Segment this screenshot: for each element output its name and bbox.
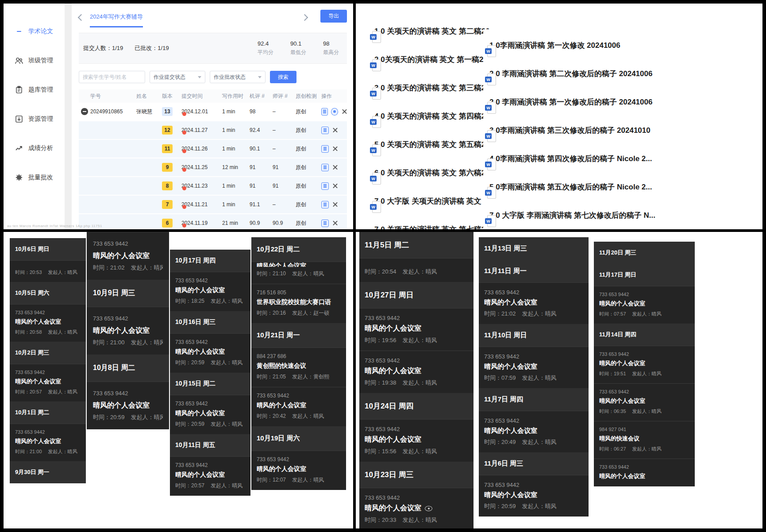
meeting-time: 时间：19:38 xyxy=(365,379,396,387)
meeting-card[interactable]: 733 653 9442晴风的个人会议室时间：21:02发起人：晴风 xyxy=(479,282,589,324)
file-name: 2.0关项天的演讲稿 英文 第一稿20 xyxy=(374,54,488,65)
tab-contest[interactable]: 2024年写作大赛辅导 xyxy=(90,13,143,27)
search-input[interactable] xyxy=(79,71,145,83)
submit-status-select[interactable]: 作业提交状态 xyxy=(150,71,205,83)
meeting-host: 发起人：晴风 xyxy=(403,447,437,455)
meeting-column: 11月20日 周三11月17日 周日733 653 9442晴风的个人会议室时间… xyxy=(594,242,695,486)
meeting-time-row: 时间：21:05发起人：黄创熙 xyxy=(257,373,341,381)
file-item[interactable]: W7.0 大字版 李雨涵演讲稿 第七次修改后的稿子 N... xyxy=(485,201,751,229)
meeting-card[interactable]: 733 653 9442晴风的个人会议室时间：07:59发起人：晴风 xyxy=(479,347,589,388)
meeting-card[interactable]: 时间：20:54发起人：晴风 xyxy=(359,258,473,282)
export-button[interactable]: 导出 xyxy=(320,10,347,23)
doc-icon[interactable] xyxy=(321,220,329,227)
meeting-date-header: 11月6日 周三 xyxy=(479,452,589,475)
doc-icon[interactable] xyxy=(321,164,329,171)
meeting-card[interactable]: 733 653 9442晴风的个人会议室时间：20:59发起人：晴风 xyxy=(87,382,169,429)
meeting-card[interactable]: 733 653 9442晴风的个人会议室时间：21:00发起人：晴风 xyxy=(10,424,86,461)
close-icon[interactable] xyxy=(332,146,339,152)
meeting-card[interactable]: 733 653 9442晴风的个人会议室时间：20:49发起人：晴风 xyxy=(479,411,589,452)
meeting-time-row: 时间：15:56发起人：晴风 xyxy=(365,447,468,455)
meeting-date-header: 10月6日 周日 xyxy=(10,238,86,260)
file-item[interactable]: W4.0李雨涵演讲稿 第四次修改后的稿子 Nicole 2... xyxy=(485,144,751,173)
close-icon[interactable] xyxy=(341,108,347,115)
meeting-card[interactable]: 733 653 9442晴风的个人会议室时间：19:38发起人：晴风 xyxy=(359,351,473,393)
meeting-card[interactable]: 733 653 9442晴风的个人会议室 xyxy=(594,459,695,486)
sidebar-item-6[interactable]: 批量批改 xyxy=(4,163,65,192)
doc-icon[interactable] xyxy=(321,201,329,208)
batch-icon xyxy=(15,173,23,181)
meeting-card[interactable]: 733 653 9442晴风的个人会议室时间：20:59发起人：晴风 xyxy=(170,333,250,373)
chevron-right-icon[interactable] xyxy=(301,14,308,21)
sidebar-item-4[interactable]: 资源管理 xyxy=(4,104,65,134)
meeting-host: 发起人：晴风 xyxy=(403,516,437,524)
meeting-card[interactable]: 733 653 9442晴风的个人会议室时间：07:57发起人：晴风 xyxy=(594,286,695,324)
meeting-card[interactable]: 733 653 9442晴风的个人会议室时间：06:35发起人：晴风 xyxy=(594,383,695,421)
close-icon[interactable] xyxy=(332,201,339,208)
sidebar-item-5[interactable]: 成绩分析 xyxy=(4,134,65,163)
meeting-name: 晴风的个人会议室 xyxy=(257,465,341,473)
doc-icon[interactable] xyxy=(321,145,329,153)
chevron-down-icon xyxy=(258,76,262,78)
file-item[interactable]: W2.0 李雨涵演讲稿 第二次修改后的稿子 20241006 xyxy=(485,59,751,88)
actions-cell xyxy=(321,164,347,171)
meeting-host: 发起人：晴风 xyxy=(522,310,557,318)
meeting-card[interactable]: 984 927 041晴风的快速会议时间：06:27发起人：晴风 xyxy=(594,421,695,459)
file-item[interactable]: W1.0李雨涵演讲稿 第一次修改 20241006 xyxy=(485,31,751,59)
file-name: 7.0 关项天的演讲稿 英文 第七稿20 xyxy=(374,224,490,230)
close-icon[interactable] xyxy=(332,220,339,227)
collapse-icon[interactable] xyxy=(81,108,88,115)
meeting-time-row: 时间：20:59发起人：晴风 xyxy=(93,413,163,421)
meeting-code: 733 653 9442 xyxy=(15,429,81,435)
meeting-card[interactable]: 733 653 9442晴风的个人会议室时间：20:59发起人：晴风 xyxy=(170,395,250,434)
meeting-column: 10月6日 周日时间：20:53发起人：晴风10月5日 周六733 653 94… xyxy=(10,238,86,483)
doc-icon[interactable] xyxy=(321,108,328,116)
meeting-name: 晴风的个人会议室 xyxy=(365,366,468,376)
meeting-card[interactable]: 884 237 686黄创熙的快速会议时间：21:05发起人：黄创熙 xyxy=(251,347,346,387)
sidebar-item-1[interactable]: 学术论文 xyxy=(4,17,65,46)
file-name: 7.0 大字版 关项天的演讲稿 英文 第 xyxy=(374,196,491,206)
close-icon[interactable] xyxy=(332,183,339,189)
originality-status: 原创 xyxy=(296,220,321,227)
meeting-column: 11月13日 周三11月11日 周一733 653 9442晴风的个人会议室时间… xyxy=(479,237,589,517)
meeting-card[interactable]: 733 653 9442晴风的个人会议室时间：20:57发起人：晴风 xyxy=(10,364,86,401)
meeting-time-row: 时间：20:42发起人：晴风 xyxy=(257,412,341,420)
sidebar-item-3[interactable]: 题库管理 xyxy=(4,75,65,104)
file-item[interactable]: W3.0李雨涵演讲稿 第三次修改后的稿子 20241010 xyxy=(485,116,751,144)
meeting-host: 发起人：晴风 xyxy=(211,359,243,366)
tab-bar: 2024年写作大赛辅导 xyxy=(79,10,347,25)
meeting-time-row: 时间：06:27发起人：晴风 xyxy=(599,446,689,452)
meeting-card[interactable]: 733 653 9442晴风的个人会议室时间：20:33发起人：晴风 xyxy=(359,488,473,528)
meeting-card[interactable]: 733 653 9442晴风的个人会议室时间：19:51发起人：晴风 xyxy=(594,346,695,383)
sidebar-item-2[interactable]: 班级管理 xyxy=(4,46,65,75)
meeting-card[interactable]: 时间：20:53发起人：晴风 xyxy=(10,260,86,282)
close-icon[interactable] xyxy=(332,127,339,134)
meeting-host: 发起人：晴风 xyxy=(522,502,557,510)
meeting-card[interactable]: 733 653 9442晴风的个人会议室时间：20:57发起人：晴风 xyxy=(170,456,250,496)
meeting-card[interactable]: 733 653 9442晴风的个人会议室时间：21:00发起人：晴风 xyxy=(87,307,169,355)
submit-date: 2024.12.01 xyxy=(181,108,222,115)
doc-icon[interactable] xyxy=(321,127,329,134)
revise-status-select[interactable]: 作业批改状态 xyxy=(210,71,266,83)
meeting-card[interactable]: 733 653 9442晴风的个人会议室时间：19:56发起人：晴风 xyxy=(359,308,473,351)
meeting-card[interactable]: 733 653 9442晴风的个人会议室时间：18:25发起人：晴风 xyxy=(170,272,250,311)
doc-icon[interactable] xyxy=(321,182,329,190)
meeting-date-header: 10月27日 周日 xyxy=(359,282,473,308)
meeting-card[interactable]: 733 653 9442晴风的个人会议室时间：20:58发起人：晴风 xyxy=(10,304,86,342)
meeting-card[interactable]: 716 516 805世界职业院校技能大赛口语时间：20:16发起人：赵一硕 xyxy=(251,284,346,323)
meeting-card[interactable]: 733 653 9442晴风的个人会议室时间：21:02发起人：晴风 xyxy=(87,232,169,280)
close-icon[interactable] xyxy=(332,164,339,171)
chevron-left-icon[interactable] xyxy=(78,14,85,21)
circle-icon[interactable] xyxy=(331,108,338,116)
score-stat: 90.1最低分 xyxy=(290,40,306,56)
meeting-card[interactable]: 晴风的个人会议室时间：21:10发起人：晴风 xyxy=(251,262,346,284)
file-item[interactable]: W2.0 李雨涵演讲稿 第一次修改后的稿子 20241006 xyxy=(485,88,751,116)
meeting-card[interactable]: 733 653 9442晴风的个人会议室时间：20:42发起人：晴风 xyxy=(251,387,346,426)
meeting-card[interactable]: 733 653 9442晴风的个人会议室时间：12:07发起人：晴风 xyxy=(251,451,346,490)
meeting-time: 时间：19:56 xyxy=(365,336,396,344)
meeting-card[interactable]: 733 653 9442晴风的个人会议室时间：15:56发起人：晴风 xyxy=(359,419,473,462)
eye-icon[interactable] xyxy=(425,506,432,511)
meeting-name: 晴风的个人会议室 xyxy=(93,251,163,261)
search-button[interactable]: 搜索 xyxy=(270,71,296,83)
meeting-card[interactable]: 733 653 9442晴风的个人会议室时间：20:59发起人：晴风 xyxy=(479,475,589,517)
file-item[interactable]: W5.0李雨涵演讲稿 第五次修改后的稿子 Nicole 2... xyxy=(485,173,751,201)
